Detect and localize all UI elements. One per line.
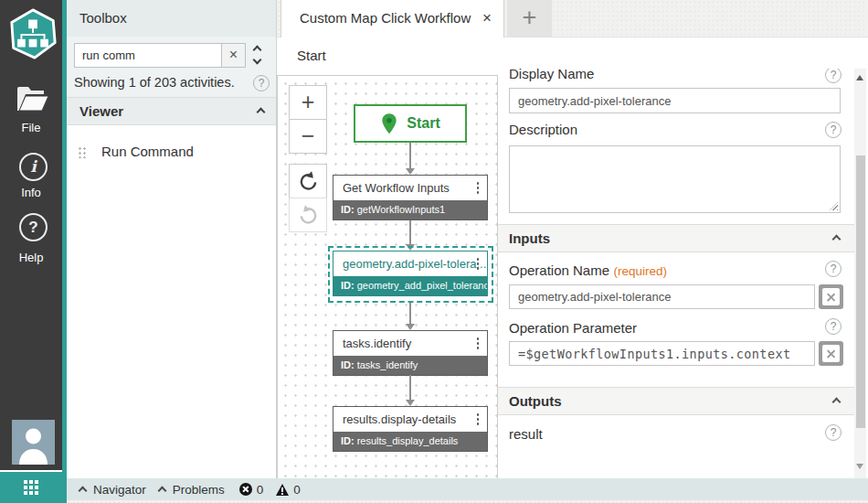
tab-label: Custom Map Click Workflow — [300, 0, 471, 37]
tab-bar: Custom Map Click Workflow × + — [277, 0, 868, 37]
sidebar-item-info[interactable]: Info — [0, 186, 62, 199]
connector-arrow — [409, 220, 411, 244]
folder-icon[interactable] — [16, 84, 50, 117]
description-label: Description — [509, 122, 577, 137]
description-textarea[interactable] — [509, 145, 841, 213]
display-name-input[interactable] — [509, 88, 841, 113]
help-icon[interactable]: ? — [825, 69, 842, 83]
grid-icon — [24, 480, 38, 495]
connector-arrow — [409, 375, 411, 400]
workflow-canvas[interactable]: + − Start Get Workflow Inputs — [277, 75, 498, 478]
required-badge: (required) — [614, 264, 668, 278]
kebab-menu-icon[interactable] — [477, 413, 480, 425]
operation-parameter-input[interactable] — [509, 341, 815, 366]
sidebar-item-help[interactable]: Help — [0, 251, 62, 264]
navigator-toggle[interactable]: Navigator — [93, 483, 146, 497]
toolbox-search-input[interactable] — [74, 43, 222, 68]
node-title: geometry.add-pixel-tolera... — [333, 252, 487, 276]
avatar[interactable] — [12, 420, 55, 465]
description-field-wrap — [509, 145, 841, 213]
kebab-menu-icon[interactable] — [477, 182, 480, 194]
info-icon[interactable]: i — [19, 153, 48, 181]
search-clear-button[interactable]: × — [221, 43, 246, 68]
app-switcher-button[interactable] — [0, 470, 67, 503]
node-title: results.display-details — [333, 407, 487, 432]
expression-icon — [822, 288, 840, 305]
undo-button[interactable] — [289, 164, 327, 198]
error-icon — [239, 483, 252, 496]
chevron-up-icon — [832, 398, 842, 407]
toolbox-results-count: Showing 1 of 203 activities. — [74, 75, 235, 90]
error-count: 0 — [257, 483, 264, 497]
outputs-section-header[interactable]: Outputs — [498, 387, 854, 415]
warning-icon — [276, 484, 289, 496]
expression-toggle-button[interactable] — [819, 341, 843, 366]
chevron-down-icon — [253, 56, 262, 65]
zoom-in-button[interactable]: + — [289, 85, 327, 120]
operation-name-input[interactable] — [509, 284, 815, 309]
toolbox-title: Toolbox — [79, 0, 127, 37]
new-tab-button[interactable]: + — [507, 0, 552, 37]
properties-panel: Display Name ? Description ? Inputs Oper… — [498, 69, 854, 478]
problems-expand-icon[interactable] — [157, 487, 166, 496]
tab-custom-map-click-workflow[interactable]: Custom Map Click Workflow × — [281, 0, 504, 37]
display-name-label: Display Name — [509, 69, 594, 81]
node-id: ID:geometry_add_pixel_tolerance — [333, 276, 487, 295]
warning-count: 0 — [293, 483, 301, 497]
toolbox-item-run-command[interactable]: Run Command — [67, 137, 277, 166]
kebab-menu-icon[interactable] — [477, 258, 480, 270]
undo-icon — [297, 170, 320, 193]
section-label: Viewer — [79, 98, 123, 124]
help-icon[interactable]: ? — [253, 75, 270, 91]
inputs-section-header[interactable]: Inputs — [498, 224, 854, 252]
toolbox-item-label: Run Command — [101, 137, 194, 166]
node-title: tasks.identify — [333, 331, 487, 356]
chevron-up-icon — [257, 108, 266, 117]
node-geometry-add-pixel-tolerance[interactable]: geometry.add-pixel-tolera... ID:geometry… — [333, 251, 488, 296]
node-id: ID:results_display_details — [333, 432, 487, 451]
node-tasks-identify[interactable]: tasks.identify ID:tasks_identify — [333, 330, 488, 376]
scrollbar-thumb[interactable] — [856, 155, 865, 428]
status-bar: Navigator Problems 0 0 — [67, 478, 868, 500]
app-sidebar: File i Info ? Help — [0, 0, 67, 503]
chevron-up-icon — [832, 235, 842, 244]
toolbox-section-viewer[interactable]: Viewer — [67, 97, 277, 125]
breadcrumb[interactable]: Start — [297, 37, 326, 74]
help-icon[interactable]: ? — [825, 261, 842, 277]
node-title: Get Workflow Inputs — [333, 176, 487, 200]
toolbox-panel: Toolbox × Showing 1 of 203 activities. ?… — [67, 0, 277, 478]
expand-collapse-all-button[interactable] — [252, 46, 265, 66]
redo-button[interactable] — [289, 198, 327, 232]
expression-toggle-button[interactable] — [819, 284, 843, 309]
problems-toggle[interactable]: Problems — [173, 483, 225, 497]
close-icon[interactable]: × — [482, 9, 492, 27]
help-icon[interactable]: ? — [19, 213, 48, 241]
node-results-display-details[interactable]: results.display-details ID:results_displ… — [333, 406, 488, 452]
connector-arrow — [409, 303, 411, 324]
app-window: File i Info ? Help Toolbox × Showing — [0, 0, 868, 503]
scroll-down-icon[interactable] — [856, 464, 863, 469]
redo-icon — [297, 204, 320, 227]
panel-scrollbar[interactable] — [854, 69, 866, 478]
operation-name-label: Operation Name — [509, 262, 609, 278]
navigator-expand-icon[interactable] — [79, 487, 88, 496]
sidebar-item-file[interactable]: File — [0, 121, 62, 134]
outputs-section-label: Outputs — [509, 388, 562, 414]
toolbox-header: Toolbox — [67, 0, 277, 37]
help-icon[interactable]: ? — [825, 122, 842, 138]
node-start-label: Start — [407, 115, 439, 132]
drag-handle-icon[interactable] — [78, 146, 86, 158]
kebab-menu-icon[interactable] — [477, 337, 480, 349]
help-icon[interactable]: ? — [825, 318, 842, 335]
help-icon[interactable]: ? — [825, 424, 842, 441]
inputs-section-label: Inputs — [509, 225, 550, 252]
scroll-up-icon[interactable] — [856, 75, 863, 80]
node-id: ID:getWorkflowInputs1 — [333, 200, 487, 219]
connector-arrow — [409, 143, 411, 168]
zoom-out-button[interactable]: − — [289, 119, 327, 154]
app-logo-icon[interactable] — [6, 7, 59, 64]
node-get-workflow-inputs[interactable]: Get Workflow Inputs ID:getWorkflowInputs… — [333, 175, 488, 220]
chevron-up-icon — [253, 46, 262, 55]
operation-name-label-row: Operation Name (required) — [509, 262, 667, 279]
node-start[interactable]: Start — [354, 104, 467, 143]
